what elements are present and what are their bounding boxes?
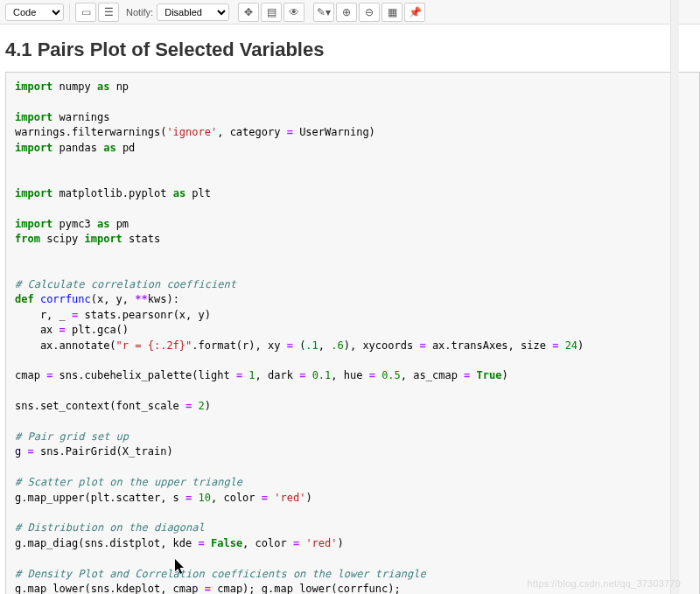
scratchpad-button[interactable]: ▦ bbox=[382, 3, 402, 22]
zoom-out-button[interactable]: ⊖ bbox=[359, 3, 380, 22]
separator bbox=[69, 3, 70, 21]
section-heading: 4.1 Pairs Plot of Selected Variables bbox=[5, 38, 700, 61]
notify-label: Notify: bbox=[126, 7, 153, 17]
mouse-cursor-icon bbox=[174, 559, 186, 575]
code-input[interactable]: import numpy as np import warnings warni… bbox=[5, 72, 700, 594]
watermark: https://blog.csdn.net/qq_37303779 bbox=[528, 578, 681, 589]
move-button[interactable]: ✥ bbox=[238, 3, 259, 22]
command-palette-button[interactable]: ☰ bbox=[98, 3, 119, 22]
notify-select[interactable]: Disabled bbox=[157, 3, 229, 21]
marker-button[interactable]: ✎▾ bbox=[313, 3, 334, 22]
zoom-in-button[interactable]: ⊕ bbox=[336, 3, 357, 22]
preview-button[interactable]: 👁 bbox=[284, 3, 304, 22]
code-cell[interactable]: import numpy as np import warnings warni… bbox=[0, 72, 700, 594]
vertical-scrollbar[interactable] bbox=[670, 0, 679, 594]
cell-type-select[interactable]: Code bbox=[5, 3, 64, 21]
notebook-toolbar: Code ▭ ☰ Notify: Disabled ✥ ▤ 👁 ✎▾ ⊕ ⊖ ▦… bbox=[0, 0, 700, 24]
table-button[interactable]: ▤ bbox=[261, 3, 282, 22]
cell-toolbar-button[interactable]: ▭ bbox=[75, 3, 96, 22]
pin-button[interactable]: 📌 bbox=[404, 3, 425, 22]
